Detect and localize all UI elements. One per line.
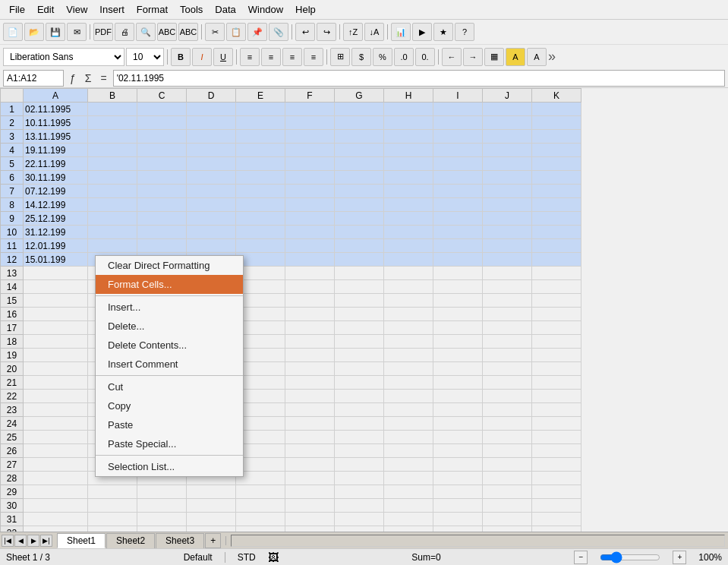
cell-row28-col5[interactable]: [285, 472, 335, 485]
row-header-7[interactable]: 7: [1, 185, 24, 198]
cell-row10-col2[interactable]: [137, 226, 187, 239]
cell-row11-col5[interactable]: [285, 239, 335, 253]
font-name-dropdown[interactable]: Liberation Sans: [3, 48, 124, 66]
col-header-A[interactable]: A: [24, 89, 88, 103]
cell-row11-col6[interactable]: [335, 239, 384, 253]
cell-row6-col0[interactable]: 30.11.199: [24, 171, 88, 185]
cell-row32-col6[interactable]: [335, 526, 384, 532]
cell-row5-col7[interactable]: [384, 157, 433, 171]
cell-row4-col1[interactable]: [88, 144, 137, 157]
cell-row24-col0[interactable]: [24, 417, 88, 431]
cell-row15-col8[interactable]: [433, 294, 483, 308]
context-menu-item-clear-direct-formatting[interactable]: Clear Direct Formatting: [96, 256, 243, 275]
cell-row7-col4[interactable]: [236, 185, 285, 198]
cell-row15-col10[interactable]: [532, 294, 581, 308]
cell-row24-col6[interactable]: [335, 417, 384, 431]
cell-row16-col7[interactable]: [384, 308, 433, 321]
row-header-4[interactable]: 4: [1, 144, 24, 157]
cell-row2-col1[interactable]: [88, 116, 137, 130]
cell-row26-col6[interactable]: [335, 444, 384, 458]
menu-view[interactable]: View: [60, 2, 93, 17]
cell-row25-col8[interactable]: [433, 431, 483, 444]
cell-row1-col5[interactable]: [285, 103, 335, 116]
cell-row3-col9[interactable]: [483, 130, 532, 144]
font-color-btn[interactable]: A: [527, 48, 547, 66]
cell-row15-col6[interactable]: [335, 294, 384, 308]
cell-row3-col2[interactable]: [137, 130, 187, 144]
cell-row6-col5[interactable]: [285, 171, 335, 185]
cell-row27-col10[interactable]: [532, 458, 581, 472]
cell-row14-col6[interactable]: [335, 280, 384, 294]
row-header-21[interactable]: 21: [1, 376, 24, 390]
cell-row8-col9[interactable]: [483, 198, 532, 212]
cut-btn[interactable]: ✂: [205, 23, 225, 41]
cell-row14-col0[interactable]: [24, 280, 88, 294]
decimal-remove-btn[interactable]: 0.: [415, 48, 435, 66]
italic-btn[interactable]: I: [192, 48, 212, 66]
cell-row19-col10[interactable]: [532, 349, 581, 362]
menu-tools[interactable]: Tools: [174, 2, 209, 17]
context-menu-item-delete-contents[interactable]: Delete Contents...: [96, 336, 243, 355]
formula-input[interactable]: [113, 70, 725, 87]
cell-row22-col5[interactable]: [285, 390, 335, 403]
cell-row32-col5[interactable]: [285, 526, 335, 532]
row-header-13[interactable]: 13: [1, 267, 24, 280]
cell-row13-col10[interactable]: [532, 267, 581, 280]
cell-row1-col10[interactable]: [532, 103, 581, 116]
col-header-J[interactable]: J: [483, 89, 532, 103]
cell-row25-col5[interactable]: [285, 431, 335, 444]
menu-edit[interactable]: Edit: [31, 2, 60, 17]
cell-row18-col6[interactable]: [335, 335, 384, 349]
cell-row16-col5[interactable]: [285, 308, 335, 321]
cell-row22-col6[interactable]: [335, 390, 384, 403]
cell-row1-col9[interactable]: [483, 103, 532, 116]
row-header-22[interactable]: 22: [1, 390, 24, 403]
cell-row17-col7[interactable]: [384, 321, 433, 335]
cell-row15-col5[interactable]: [285, 294, 335, 308]
cell-row21-col5[interactable]: [285, 376, 335, 390]
cell-row5-col1[interactable]: [88, 157, 137, 171]
cell-row12-col5[interactable]: [285, 253, 335, 267]
context-menu-item-copy[interactable]: Copy: [96, 396, 243, 415]
cell-row10-col9[interactable]: [483, 226, 532, 239]
cell-row23-col7[interactable]: [384, 403, 433, 417]
cell-row16-col6[interactable]: [335, 308, 384, 321]
autocorrect-btn[interactable]: ABC: [178, 23, 198, 41]
cell-row6-col6[interactable]: [335, 171, 384, 185]
col-header-D[interactable]: D: [187, 89, 236, 103]
col-header-B[interactable]: B: [88, 89, 137, 103]
bold-btn[interactable]: B: [171, 48, 191, 66]
row-header-2[interactable]: 2: [1, 116, 24, 130]
cell-row12-col0[interactable]: 15.01.199: [24, 253, 88, 267]
cell-row23-col0[interactable]: [24, 403, 88, 417]
context-menu-item-paste[interactable]: Paste: [96, 415, 243, 434]
cell-row22-col0[interactable]: [24, 390, 88, 403]
cell-row9-col0[interactable]: 25.12.199: [24, 212, 88, 226]
cell-row3-col7[interactable]: [384, 130, 433, 144]
justify-btn[interactable]: ≡: [304, 48, 323, 66]
row-header-20[interactable]: 20: [1, 362, 24, 376]
cell-row5-col2[interactable]: [137, 157, 187, 171]
cell-row26-col7[interactable]: [384, 444, 433, 458]
cell-row29-col3[interactable]: [187, 485, 236, 499]
cell-row29-col9[interactable]: [483, 485, 532, 499]
save-btn[interactable]: 💾: [46, 23, 65, 41]
indent-inc-btn[interactable]: →: [463, 48, 483, 66]
cell-row8-col8[interactable]: [433, 198, 483, 212]
sheet-tab-sheet3[interactable]: Sheet3: [156, 533, 204, 548]
cell-row29-col2[interactable]: [137, 485, 187, 499]
cell-row4-col9[interactable]: [483, 144, 532, 157]
row-header-17[interactable]: 17: [1, 321, 24, 335]
cell-row14-col7[interactable]: [384, 280, 433, 294]
currency-btn[interactable]: $: [351, 48, 371, 66]
cell-row7-col5[interactable]: [285, 185, 335, 198]
cell-row10-col1[interactable]: [88, 226, 137, 239]
cell-row31-col5[interactable]: [285, 513, 335, 526]
cell-row28-col10[interactable]: [532, 472, 581, 485]
cell-row10-col4[interactable]: [236, 226, 285, 239]
bg-color-btn[interactable]: A: [506, 48, 525, 66]
cell-row12-col7[interactable]: [384, 253, 433, 267]
cell-row10-col6[interactable]: [335, 226, 384, 239]
cell-row29-col10[interactable]: [532, 485, 581, 499]
cell-row19-col9[interactable]: [483, 349, 532, 362]
